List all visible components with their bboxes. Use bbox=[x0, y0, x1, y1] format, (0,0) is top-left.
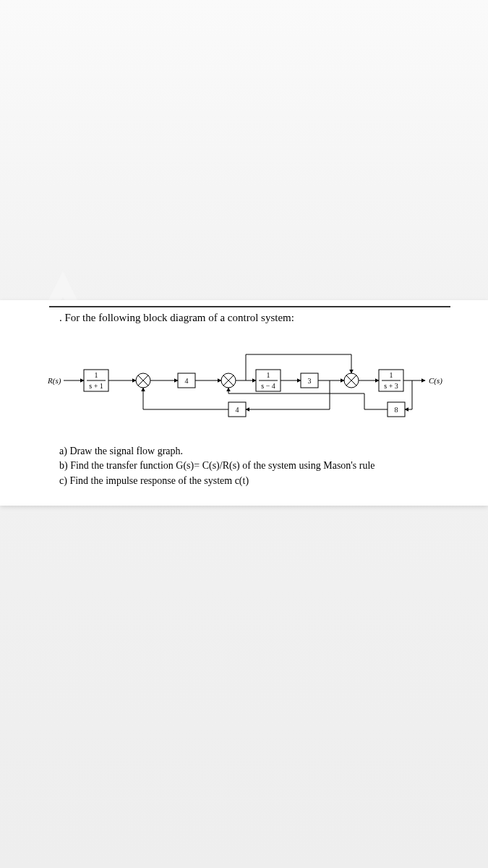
svg-text:4: 4 bbox=[184, 377, 188, 385]
svg-text:4: 4 bbox=[235, 406, 239, 414]
svg-text:s + 1: s + 1 bbox=[89, 382, 103, 390]
horizontal-rule bbox=[49, 306, 450, 307]
problem-statement: . For the following block diagram of a c… bbox=[59, 312, 479, 324]
svg-text:1: 1 bbox=[94, 371, 98, 379]
svg-text:s + 3: s + 3 bbox=[384, 382, 398, 390]
svg-text:s − 4: s − 4 bbox=[261, 382, 275, 390]
document-card: . For the following block diagram of a c… bbox=[0, 300, 488, 506]
question-a: a) Draw the signal flow graph. bbox=[59, 444, 479, 459]
svg-text:1: 1 bbox=[389, 371, 393, 379]
question-c: c) Find the impulse response of the syst… bbox=[59, 474, 479, 488]
output-label: C(s) bbox=[429, 376, 442, 386]
block-diagram: R(s) 1 s + 1 4 1 s − 4 3 bbox=[42, 337, 447, 431]
question-list: a) Draw the signal flow graph. b) Find t… bbox=[59, 444, 479, 488]
svg-text:1: 1 bbox=[266, 371, 270, 379]
svg-text:3: 3 bbox=[307, 377, 311, 385]
question-b: b) Find the transfer function G(s)= C(s)… bbox=[59, 459, 479, 473]
input-label: R(s) bbox=[47, 376, 61, 386]
svg-text:8: 8 bbox=[394, 406, 398, 414]
